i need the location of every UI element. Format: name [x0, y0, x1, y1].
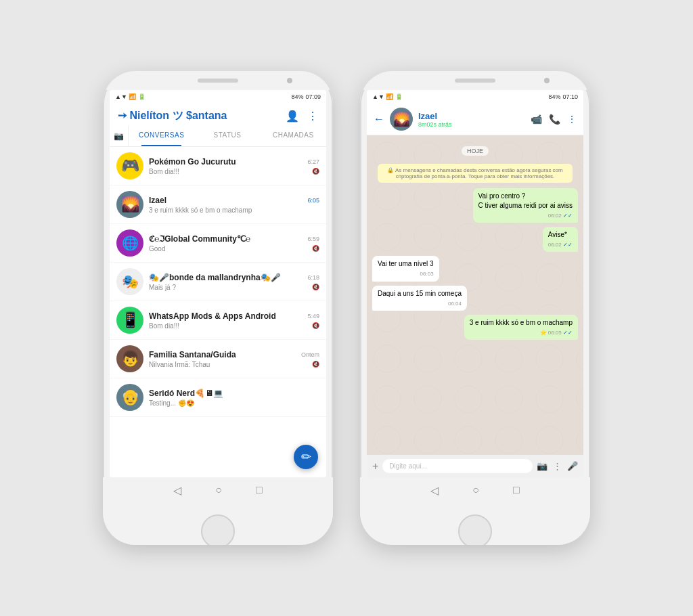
list-item[interactable]: 📱 WhatsApp Mods & Apps Android 5:49 Bom …: [110, 301, 326, 340]
chat-time: 6:59: [307, 236, 319, 242]
date-label: HOJE: [462, 146, 489, 156]
avatar: 👦: [116, 345, 143, 372]
home-nav-icon[interactable]: ○: [472, 484, 479, 496]
phone-bottom-bar-right: ◁ ○ □: [360, 477, 590, 518]
message-time: 06:02 ✓✓: [478, 212, 573, 219]
message-time: 06:03: [378, 270, 434, 278]
chat-content: Izael 6:05 3 e ruim kkkk só e bm o macha…: [149, 196, 319, 214]
list-item[interactable]: 🌄 Izael 6:05 3 e ruim kkkk só e bm o mac…: [110, 185, 326, 224]
chat-name: Izael: [149, 196, 166, 205]
list-item[interactable]: 🌐 ℭ℮ℑGlobal Community℃℮ 6:59 Good 🔇: [110, 224, 326, 263]
phone-top-bar-right: [360, 71, 590, 90]
message-time: 06:04: [378, 300, 462, 307]
avatar: 🌐: [116, 229, 143, 257]
home-button-area-left: [103, 518, 333, 545]
avatar: 🌄: [116, 191, 143, 218]
camera-icon: 📷: [114, 131, 124, 141]
chat-time: Ontem: [301, 351, 319, 358]
menu-icon-right[interactable]: ⋮: [567, 114, 577, 125]
contact-name: Izael: [418, 111, 525, 121]
list-item[interactable]: 🎮 Pokémon Go Jucurutu 6:27 Bom dia!!! 🔇: [110, 147, 326, 185]
home-button-left[interactable]: [201, 514, 235, 545]
chat-content: 🎭🎤bonde da mallandrynha🎭🎤 6:18 Mais já ?…: [149, 273, 319, 291]
list-item[interactable]: 🎭 🎭🎤bonde da mallandrynha🎭🎤 6:18 Mais já…: [110, 263, 326, 301]
chat-time: 6:27: [307, 158, 319, 165]
chat-msg: Bom dia!!!: [149, 168, 312, 175]
mute-icon: 🔇: [312, 361, 319, 368]
battery-left: 84%: [291, 93, 303, 100]
video-call-icon[interactable]: 📹: [531, 114, 542, 125]
chat-content: Seridó Nerd🍕🖥💻 Testing... ✊😍: [149, 389, 319, 407]
mic-icon[interactable]: 🎤: [567, 461, 578, 471]
fab-button[interactable]: ✏: [294, 445, 318, 469]
message-bubble: Vai ter uma nível 3 06:03: [372, 256, 439, 281]
phone-camera-left: [287, 78, 292, 83]
chat-name: Familia Santana/Guida: [149, 350, 236, 359]
back-nav-icon[interactable]: ◁: [173, 484, 181, 497]
message-time: ⭐ 06:05 ✓✓: [470, 329, 573, 336]
mute-icon: 🔇: [312, 168, 319, 175]
message-text: Vai ter uma nível 3: [378, 260, 434, 267]
tab-conversas[interactable]: CONVERSAS: [129, 126, 194, 146]
add-attachment-button[interactable]: +: [372, 460, 378, 472]
recent-nav-icon[interactable]: □: [513, 484, 520, 496]
phone-speaker-left: [198, 79, 238, 83]
status-bar-right: ▲▼ 📶 🔋 84% 07:10: [367, 90, 583, 104]
profile-icon[interactable]: 👤: [286, 110, 299, 123]
menu-icon-left[interactable]: ⋮: [307, 110, 318, 123]
date-badge: HOJE: [372, 144, 578, 156]
avatar-image: 👦: [121, 350, 139, 368]
more-options-icon[interactable]: ⋮: [553, 461, 562, 471]
back-button[interactable]: ←: [374, 113, 384, 125]
avatar-image: 📱: [121, 311, 139, 329]
chat-icons: 🔇: [312, 245, 319, 252]
chat-name: Pokémon Go Jucurutu: [149, 157, 236, 167]
chat-content: WhatsApp Mods & Apps Android 5:49 Bom di…: [149, 311, 319, 330]
chat-icons: 🔇: [312, 322, 319, 329]
edit-icon: ✏: [301, 449, 311, 464]
message-text: Vai pro centro ?C tiver alguma reidi por…: [478, 192, 573, 209]
chat-time: 5:49: [307, 313, 319, 320]
message-bubble: Avise* 06:02 ✓✓: [543, 227, 578, 252]
tab-camera[interactable]: 📷: [110, 126, 129, 146]
check-icon: ✓✓: [563, 242, 573, 248]
home-button-right[interactable]: [458, 514, 492, 545]
contact-status: 8m02s atrás: [418, 121, 525, 128]
home-nav-icon[interactable]: ○: [215, 484, 222, 496]
list-item[interactable]: 👴 Seridó Nerd🍕🖥💻 Testing... ✊😍: [110, 378, 326, 417]
status-bar-left: ▲▼ 📶 🔋 84% 07:09: [110, 90, 326, 104]
contact-avatar: 🌄: [390, 108, 413, 131]
time-right: 07:10: [562, 93, 578, 100]
signal-icons-left: ▲▼ 📶 🔋: [115, 93, 289, 100]
message-bubble: 3 e ruim kkkk só e bm o machamp ⭐ 06:05 …: [464, 315, 578, 340]
recent-nav-icon[interactable]: □: [256, 484, 263, 496]
avatar-image: 🎮: [121, 157, 139, 175]
chat-content: ℭ℮ℑGlobal Community℃℮ 6:59 Good 🔇: [149, 234, 319, 252]
message-input[interactable]: Digite aqui...: [382, 459, 533, 473]
phone-speaker-right: [455, 79, 495, 83]
chat-input-bar: + Digite aqui... 📷 ⋮ 🎤: [367, 455, 583, 477]
camera-input-icon[interactable]: 📷: [537, 461, 547, 471]
scene: ▲▼ 📶 🔋 84% 07:09 ➙ Nielíton ツ $antana 👤 …: [103, 71, 590, 545]
chat-msg: Good: [149, 245, 312, 252]
avatar: 📱: [116, 307, 143, 334]
avatar-image: 👴: [121, 389, 139, 406]
tab-chamadas[interactable]: CHAMADAS: [261, 126, 326, 146]
call-icon[interactable]: 📞: [549, 114, 560, 125]
tab-status[interactable]: STATUS: [194, 126, 260, 146]
avatar: 👴: [116, 384, 143, 411]
security-notice[interactable]: 🔒 As mensagens e chamadas desta conversa…: [378, 164, 573, 183]
avatar-image: 🌄: [121, 196, 139, 213]
avatar-image: 🌄: [393, 111, 410, 127]
chat-input-icons: 📷 ⋮ 🎤: [537, 461, 578, 471]
chat-name: ℭ℮ℑGlobal Community℃℮: [149, 234, 250, 244]
phone-screen-right: ▲▼ 📶 🔋 84% 07:10 ← 🌄 Izael 8m02s atrás 📹…: [367, 90, 583, 477]
chat-header-info: Izael 8m02s atrás: [418, 111, 525, 128]
avatar-image: 🎭: [122, 273, 139, 290]
time-text: 06:03: [420, 271, 434, 277]
list-item[interactable]: 👦 Familia Santana/Guida Ontem Nilvania I…: [110, 340, 326, 378]
time-text: 06:02: [548, 213, 562, 219]
chat-list: 🎮 Pokémon Go Jucurutu 6:27 Bom dia!!! 🔇: [110, 147, 326, 477]
message-text: Daqui a uns 15 min começa: [378, 290, 462, 297]
back-nav-icon[interactable]: ◁: [430, 484, 439, 497]
